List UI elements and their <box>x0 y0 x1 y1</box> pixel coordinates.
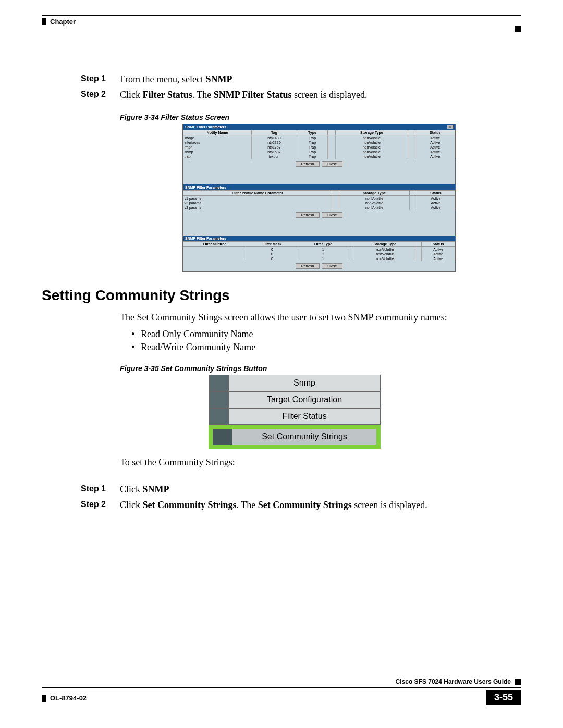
step-text: Click Set Community Strings. The Set Com… <box>120 499 521 511</box>
step-text: From the menu, select SNMP <box>120 73 521 85</box>
lead-in: To set the Community Strings: <box>120 456 521 468</box>
footer-doc-number: OL-8794-02 <box>50 694 87 702</box>
menu-item-set-community-strings: Set Community Strings <box>209 425 381 449</box>
refresh-button: Refresh <box>296 161 320 167</box>
step-row: Step 2 Click Filter Status. The SNMP Fil… <box>42 89 521 101</box>
footer-marker <box>515 679 521 685</box>
step-label: Step 1 <box>81 483 120 496</box>
step-row: Step 2 Click Set Community Strings. The … <box>42 499 521 511</box>
filter-table-3: Filter SubtreeFilter MaskFilter TypeStor… <box>183 241 455 261</box>
page-number: 3-55 <box>486 690 521 705</box>
filter-table-1: Notify NameTagTypeStorage TypeStatus ima… <box>183 130 455 159</box>
filter-table-2: Filter Profile Name ParameterStorage Typ… <box>183 190 455 210</box>
step-label: Step 1 <box>81 73 120 85</box>
header-right-marker <box>515 26 521 32</box>
footer-left-marker <box>42 695 46 702</box>
footer-rule <box>42 687 521 688</box>
figure-caption: Figure 3-34 Filter Status Screen <box>120 113 521 121</box>
list-item: Read Only Community Name <box>131 329 521 340</box>
close-button: Close <box>322 161 342 167</box>
header-chapter: Chapter <box>50 18 76 26</box>
footer-guide-title: Cisco SFS 7024 Hardware Users Guide <box>396 678 511 685</box>
step-row: Step 1 Click SNMP <box>42 483 521 496</box>
header-rule <box>42 15 521 16</box>
intro-paragraph: The Set Community Stings screen allows t… <box>120 311 521 324</box>
bullet-list: Read Only Community Name Read/Write Comm… <box>131 329 521 353</box>
menu-item-snmp: Snmp <box>209 375 381 391</box>
step-text: Click SNMP <box>120 483 521 496</box>
menu-item-target-config: Target Configuration <box>209 391 381 408</box>
menu-screenshot: Snmp Target Configuration Filter Status … <box>209 375 381 449</box>
header-marker <box>42 18 46 25</box>
step-label: Step 2 <box>81 89 120 101</box>
dropdown-icon: ▾ <box>447 125 453 129</box>
figure-caption: Figure 3-35 Set Community Strings Button <box>120 364 521 373</box>
menu-item-filter-status: Filter Status <box>209 408 381 425</box>
section-heading: Setting Community Strings <box>42 287 521 304</box>
list-item: Read/Write Community Name <box>131 342 521 353</box>
filter-status-screenshot: SNMP Filter Parameters▾ Notify NameTagTy… <box>182 124 456 272</box>
step-label: Step 2 <box>81 499 120 511</box>
step-text: Click Filter Status. The SNMP Filter Sta… <box>120 89 521 101</box>
step-row: Step 1 From the menu, select SNMP <box>42 73 521 85</box>
